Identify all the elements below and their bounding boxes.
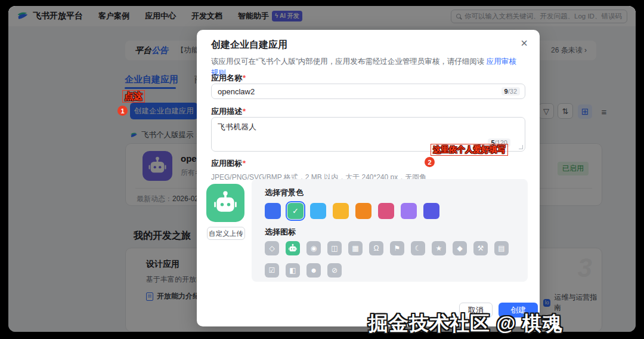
icon-grid: ◇◉◫▦Ω⚑☾★◆⚒▤☑◧☻⊘ <box>265 241 515 278</box>
wrench-icon[interactable]: ⚒ <box>473 241 488 255</box>
name-char-counter: 9/32 <box>501 87 520 95</box>
modal-description: 该应用仅可在“飞书个人版”内部使用，应用发布需经过企业管理员审核，请仔细阅读 应… <box>211 56 521 79</box>
bookmark-check-icon[interactable]: ⚑ <box>390 241 404 255</box>
annotation-fill-preference: 这里依个人爱好填写 <box>431 144 508 156</box>
app-name-input[interactable] <box>218 87 501 96</box>
cube-icon[interactable]: ◇ <box>265 241 279 255</box>
textarea-resize-handle[interactable] <box>519 145 523 149</box>
check-icon: ✓ <box>287 203 304 219</box>
bg-color-swatch-amber[interactable] <box>333 203 349 219</box>
shield-check-icon[interactable]: ☑ <box>265 263 279 278</box>
bg-color-swatch-purple[interactable] <box>401 203 417 219</box>
moon-icon[interactable]: ☾ <box>411 241 425 255</box>
bg-color-swatch-green[interactable]: ✓ <box>287 203 304 219</box>
create-app-modal: × 创建企业自建应用 该应用仅可在“飞书个人版”内部使用，应用发布需经过企业管理… <box>197 30 540 326</box>
location-pin-icon[interactable]: ◉ <box>306 241 321 255</box>
tag-icon[interactable]: ◆ <box>453 241 467 255</box>
robot-icon <box>288 244 298 253</box>
modal-title: 创建企业自建应用 <box>211 39 287 51</box>
bg-color-swatch-orange[interactable] <box>355 203 371 219</box>
close-icon[interactable]: × <box>521 37 528 49</box>
layout-icon[interactable]: ◧ <box>286 263 300 278</box>
users-icon[interactable]: ☻ <box>306 263 321 278</box>
icon-select-label: 选择图标 <box>265 227 296 238</box>
bg-color-label: 选择背景色 <box>265 187 304 198</box>
bg-color-swatch-rose[interactable] <box>378 203 394 219</box>
bg-color-swatch-blue[interactable] <box>265 203 281 219</box>
annotation-badge-2: 2 <box>425 157 435 167</box>
briefcase-icon[interactable]: ▦ <box>348 241 363 255</box>
robot-icon[interactable] <box>286 241 300 255</box>
app-icon-label: 应用图标* <box>211 158 246 169</box>
app-name-input-wrap: 9/32 <box>211 84 525 99</box>
app-icon-preview <box>206 184 244 222</box>
code-icon[interactable]: ⊘ <box>327 263 342 278</box>
bell-icon[interactable]: Ω <box>369 241 383 255</box>
annotation-click-here: 点这 <box>122 90 145 103</box>
annotation-badge-1: 1 <box>117 106 128 116</box>
custom-upload-button[interactable]: 自定义上传 <box>207 227 245 240</box>
book-icon[interactable]: ◫ <box>327 241 342 255</box>
bg-color-swatch-sky-blue[interactable] <box>310 203 326 219</box>
app-window: 飞书开放平台 客户案例 应用中心 开发文档 智能助手 ϟ AI 开发 你可以输入… <box>8 6 636 332</box>
watermark-text: 掘金技术社区 @ 棋魂 <box>369 310 563 337</box>
app-name-label: 应用名称* <box>211 73 246 84</box>
icon-picker-panel: 选择背景色 ✓ 选择图标 ◇◉◫▦Ω⚑☾★◆⚒▤☑◧☻⊘ <box>252 179 528 282</box>
bg-color-swatch-indigo[interactable] <box>423 203 439 219</box>
robot-icon <box>212 190 239 216</box>
app-desc-label: 应用描述* <box>211 106 246 117</box>
document-icon[interactable]: ▤ <box>494 241 509 255</box>
bg-color-swatches: ✓ <box>265 203 439 219</box>
star-icon[interactable]: ★ <box>432 241 446 255</box>
